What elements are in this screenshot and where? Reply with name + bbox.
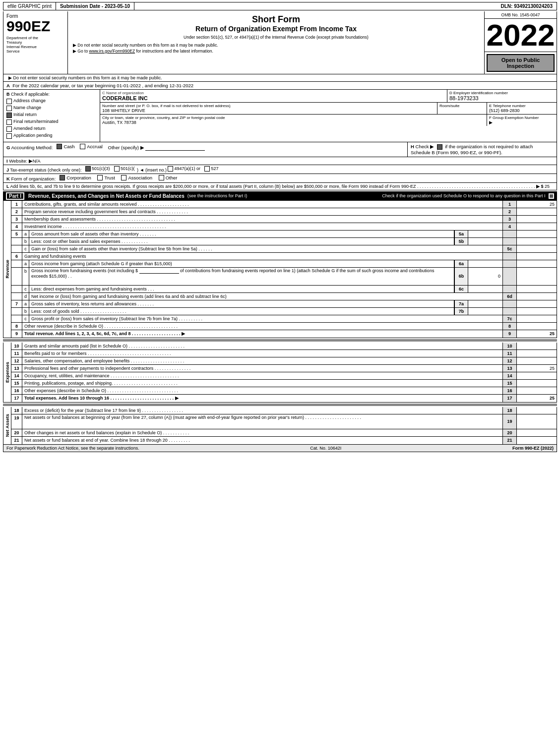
org-name-value: CODERABLE INC xyxy=(102,95,445,101)
cb-corp[interactable] xyxy=(60,175,65,180)
row-7b-inline: 7b xyxy=(454,308,468,315)
row-1-num: 1 xyxy=(11,201,22,208)
cb-amended-return[interactable] xyxy=(6,126,12,132)
cb-527[interactable] xyxy=(204,166,210,172)
row-6c-inline: 6c xyxy=(454,286,468,292)
side-label-net-assets: Net Assets xyxy=(3,407,11,444)
cb-4947[interactable] xyxy=(168,166,173,172)
row-4-num: 4 xyxy=(11,223,22,230)
label-initial-return: Initial return xyxy=(13,112,37,117)
row-6c-amount xyxy=(517,286,557,292)
row-7c-num xyxy=(11,315,22,322)
row-13-field: 13 xyxy=(503,365,517,372)
row-21-amount xyxy=(517,437,557,444)
row-2-desc: Program service revenue including govern… xyxy=(22,208,503,215)
row-5a-inline: 5a xyxy=(454,231,468,237)
row-7a-inline: 7a xyxy=(454,300,468,307)
section-l-dots: . . . . . . . . . . . . . . . . . . . . … xyxy=(417,184,535,189)
row-14-amount xyxy=(517,372,557,379)
row-3-desc: Membership dues and assessments . . . . … xyxy=(22,216,503,223)
row-6a-num xyxy=(11,260,22,267)
cat-no: Cat. No. 10642I xyxy=(310,446,341,451)
submission-date: Submission Date - 2023-05-10 xyxy=(56,2,134,10)
row-16-field: 16 xyxy=(503,387,517,394)
check-initial-return: Initial return xyxy=(6,112,97,118)
row-20-field: 20 xyxy=(503,429,517,436)
row-5b-desc: Less: cost or other basis and sales expe… xyxy=(29,238,454,245)
label-amended-return: Amended return xyxy=(13,126,46,131)
label-final-return: Final return/terminated xyxy=(13,119,59,124)
row-7a-sub: a xyxy=(22,300,29,307)
row-4-field: 4 xyxy=(503,223,517,230)
row-5c-num xyxy=(11,245,22,252)
row-15-num: 15 xyxy=(11,380,22,387)
row-7c: c Gross profit or (loss) from sales of i… xyxy=(11,315,557,323)
row-18-amount xyxy=(517,407,557,414)
row-3-field: 3 xyxy=(503,216,517,223)
row-6b: b Gross income from fundraising events (… xyxy=(11,268,557,286)
cb-final-return[interactable] xyxy=(6,119,12,125)
row-6-num: 6 xyxy=(11,253,22,260)
room-label: Room/suite xyxy=(439,104,485,108)
row-21-field: 21 xyxy=(503,437,517,444)
row-5b: b Less: cost or other basis and sales ex… xyxy=(11,238,557,245)
row-17-field: 17 xyxy=(503,395,517,402)
cb-assoc[interactable] xyxy=(121,175,126,180)
cb-name-change[interactable] xyxy=(6,106,12,111)
cb-h[interactable] xyxy=(437,144,442,150)
city-value: Austin, TX 78738 xyxy=(102,120,485,125)
cb-initial-return[interactable] xyxy=(6,113,12,118)
label-501c3: 501(c)(3) xyxy=(92,166,110,171)
cb-schedule-o[interactable] xyxy=(549,193,554,199)
row-20-desc: Other changes in net assets or fund bala… xyxy=(22,429,503,436)
section-a-label: A xyxy=(6,83,10,88)
row-19: 19 Net assets or fund balances at beginn… xyxy=(11,414,557,429)
cb-other[interactable] xyxy=(159,175,164,180)
row-17-amount: 25 xyxy=(517,395,557,402)
row-12-num: 12 xyxy=(11,357,22,364)
row-7c-field: 7c xyxy=(503,315,517,322)
row-9-field: 9 xyxy=(503,330,517,338)
cb-cash[interactable] xyxy=(57,144,62,149)
label-address-change: Address change xyxy=(13,98,46,103)
cb-501c[interactable] xyxy=(114,166,120,172)
row-13-num: 13 xyxy=(11,365,22,372)
org-name-label: C Name of organization xyxy=(102,91,445,95)
row-5a-num: 5 xyxy=(11,231,22,237)
row-7a-num: 7 xyxy=(11,300,22,307)
row-11-amount xyxy=(517,350,557,357)
row-7c-desc: Gross profit or (loss) from sales of inv… xyxy=(29,315,503,322)
cb-accrual[interactable] xyxy=(80,144,85,149)
section-a-text: For the 2022 calendar year, or tax year … xyxy=(12,83,193,88)
footer: For Paperwork Reduction Act Notice, see … xyxy=(3,445,557,452)
row-20: 20 Other changes in net assets or fund b… xyxy=(11,429,557,437)
row-17-num: 17 xyxy=(11,395,22,402)
row-15-amount xyxy=(517,380,557,387)
row-7a-inline-val xyxy=(468,300,503,307)
cb-app-pending[interactable] xyxy=(6,133,12,139)
cb-address-change[interactable] xyxy=(6,99,12,104)
row-12-desc: Salaries, other compensation, and employ… xyxy=(22,357,503,364)
instruction-ssn: ▶ Do not enter social security numbers o… xyxy=(3,74,557,82)
cb-501c3[interactable] xyxy=(85,166,91,172)
open-to-public: Open to Public Inspection xyxy=(487,54,555,72)
label-527: 527 xyxy=(211,166,218,171)
row-8-amount xyxy=(517,323,557,330)
row-16: 16 Other expenses (describe in Schedule … xyxy=(11,387,557,395)
ssn-notice: ▶ Do not enter social security numbers o… xyxy=(73,43,479,48)
row-8-num: 8 xyxy=(11,323,22,330)
row-14-field: 14 xyxy=(503,372,517,379)
row-11-field: 11 xyxy=(503,350,517,357)
row-5b-amount xyxy=(517,238,557,245)
row-7c-sub: c xyxy=(22,315,29,322)
page: efile GRAPHIC print Submission Date - 20… xyxy=(0,0,560,454)
cb-trust[interactable] xyxy=(97,175,103,180)
irs-link: ▶ Go to www.irs.gov/Form990EZ for instru… xyxy=(73,49,479,54)
row-13: 13 Professional fees and other payments … xyxy=(11,365,557,372)
section-l-arrow: ▶ $ xyxy=(536,184,544,189)
row-6d-desc: Net income or (loss) from gaming and fun… xyxy=(29,293,503,300)
row-21-desc: Net assets or fund balances at end of ye… xyxy=(22,437,503,444)
efile-label: efile GRAPHIC print xyxy=(3,2,56,10)
short-form-title: Short Form xyxy=(73,14,479,25)
row-6b-num xyxy=(11,268,22,285)
